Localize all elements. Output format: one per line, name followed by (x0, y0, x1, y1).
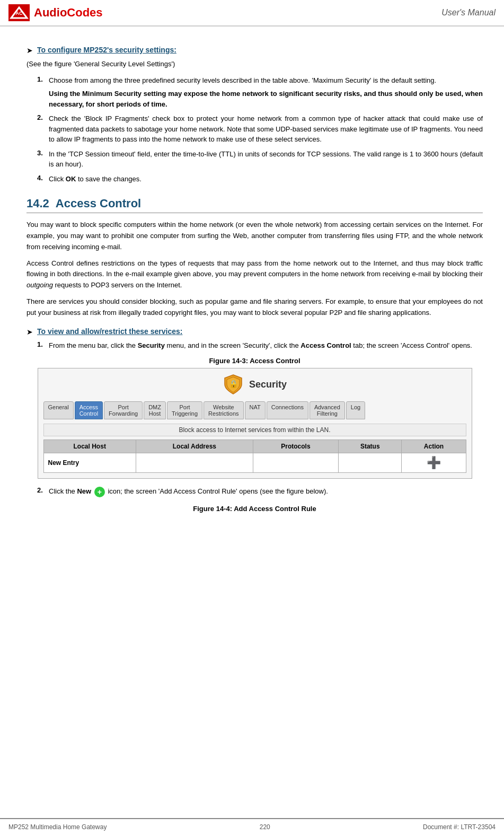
step-2-num: 2. (37, 113, 49, 121)
tab-access-control[interactable]: AccessControl (75, 401, 103, 419)
step-1-warning: Using the Minimum Security setting may e… (49, 89, 483, 109)
see-figure-text: (See the figure 'General Security Level … (26, 59, 483, 70)
services-steps: 1. From the menu bar, click the Security… (37, 340, 483, 351)
services-step-2-num: 2. (37, 486, 49, 494)
section-142-heading: 14.2 Access Control (26, 197, 483, 213)
footer-left: MP252 Multimedia Home Gateway (8, 823, 107, 831)
table-row: New Entry ➕ (43, 453, 466, 473)
step-1-content: Choose from among the three predefined s… (49, 75, 483, 110)
col-action: Action (402, 440, 466, 453)
security-label: Security (249, 379, 287, 390)
page-footer: MP252 Multimedia Home Gateway 220 Docume… (0, 818, 504, 835)
section-para-1: You may want to block specific computers… (26, 219, 483, 252)
security-shield-icon: 🔒 (223, 374, 244, 395)
configure-heading: ➤ To configure MP252's security settings… (26, 46, 483, 55)
section-para-3: There are services you should consider b… (26, 296, 483, 319)
services-step-1-num: 1. (37, 340, 49, 348)
logo-text: AudioCodes (34, 6, 103, 20)
col-local-address: Local Address (136, 440, 253, 453)
section-number: 14.2 (26, 197, 49, 210)
section-title: Access Control (56, 197, 141, 210)
access-control-table: Local Host Local Address Protocols Statu… (43, 440, 466, 473)
svg-text:🔒: 🔒 (228, 380, 238, 389)
view-services-heading-text: To view and allow/restrict these service… (37, 327, 182, 336)
step-4-num: 4. (37, 174, 49, 182)
step-1: 1. Choose from among the three predefine… (37, 75, 483, 110)
manual-title: User's Manual (441, 8, 496, 17)
section-para-2: Access Control defines restrictions on t… (26, 258, 483, 291)
logo-area: AC AudioCodes (8, 4, 103, 21)
tab-port-forwarding[interactable]: PortForwarding (104, 401, 143, 419)
figure-143-caption: Figure 14-3: Access Control (26, 357, 483, 365)
step-3: 3. In the 'TCP Session timeout' field, e… (37, 149, 483, 170)
svg-text:AC: AC (16, 11, 23, 16)
services-step-1: 1. From the menu bar, click the Security… (37, 340, 483, 351)
tab-dmz-host[interactable]: DMZHost (144, 401, 166, 419)
tab-port-triggering[interactable]: PortTriggering (167, 401, 202, 419)
security-header: 🔒 Security (43, 374, 466, 395)
main-content: ➤ To configure MP252's security settings… (0, 27, 504, 526)
arrow-symbol: ➤ (26, 46, 33, 55)
logo-icon: AC (8, 4, 30, 21)
tab-website-restrictions[interactable]: WebsiteRestrictions (204, 401, 243, 419)
add-icon[interactable]: ➕ (427, 456, 441, 469)
status-cell (338, 453, 402, 473)
tab-advanced-filtering[interactable]: AdvancedFiltering (310, 401, 345, 419)
action-cell[interactable]: ➕ (402, 453, 466, 473)
tab-general[interactable]: General (43, 401, 74, 419)
page-header: AC AudioCodes User's Manual (0, 0, 504, 27)
security-nav-tabs[interactable]: General AccessControl PortForwarding DMZ… (43, 401, 466, 419)
block-access-text: Block access to Internet services from w… (43, 424, 466, 436)
local-address-cell (136, 453, 253, 473)
services-step-2-list: 2. Click the New + icon; the screen 'Add… (37, 486, 483, 497)
step-3-content: In the 'TCP Session timeout' field, ente… (49, 149, 483, 170)
new-plus-icon: + (94, 487, 105, 497)
col-protocols: Protocols (253, 440, 338, 453)
new-entry-cell: New Entry (43, 453, 136, 473)
services-step-2: 2. Click the New + icon; the screen 'Add… (37, 486, 483, 497)
step-2: 2. Check the 'Block IP Fragments' check … (37, 113, 483, 145)
tab-log[interactable]: Log (346, 401, 365, 419)
figure-144-caption: Figure 14-4: Add Access Control Rule (26, 505, 483, 513)
step-4: 4. Click OK to save the changes. (37, 174, 483, 184)
tab-connections[interactable]: Connections (267, 401, 308, 419)
services-step-2-content: Click the New + icon; the screen 'Add Ac… (49, 486, 483, 497)
arrow-symbol-2: ➤ (26, 328, 33, 336)
tab-nat[interactable]: NAT (245, 401, 266, 419)
col-status: Status (338, 440, 402, 453)
intro-steps: 1. Choose from among the three predefine… (37, 75, 483, 184)
footer-center: 220 (260, 823, 270, 831)
step-2-content: Check the 'Block IP Fragments' check box… (49, 113, 483, 145)
view-services-heading: ➤ To view and allow/restrict these servi… (26, 327, 483, 336)
step-3-num: 3. (37, 149, 49, 157)
security-ui-mockup: 🔒 Security General AccessControl PortFor… (38, 368, 472, 479)
step-1-num: 1. (37, 75, 49, 83)
footer-right: Document #: LTRT-23504 (423, 823, 496, 831)
protocols-cell (253, 453, 338, 473)
configure-heading-text: To configure MP252's security settings: (37, 46, 176, 54)
col-local-host: Local Host (43, 440, 136, 453)
table-header-row: Local Host Local Address Protocols Statu… (43, 440, 466, 453)
step-4-content: Click OK to save the changes. (49, 174, 483, 184)
services-step-1-content: From the menu bar, click the Security me… (49, 340, 483, 351)
